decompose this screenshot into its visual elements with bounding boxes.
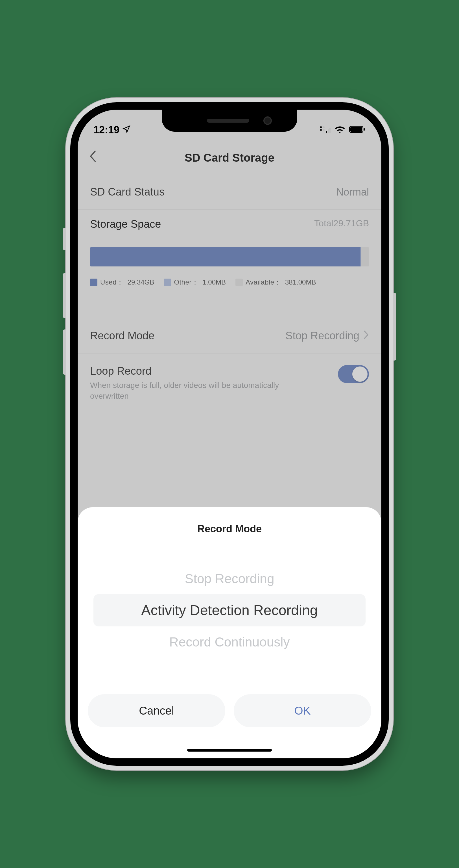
- svg-rect-8: [350, 127, 362, 132]
- phone-bezel: 12:19: [70, 102, 389, 766]
- notch: [162, 110, 297, 132]
- record-mode-sheet: Record Mode Stop Recording Activity Dete…: [78, 507, 381, 758]
- side-button-power: [393, 293, 396, 361]
- side-button-volume-up: [63, 273, 66, 318]
- svg-point-0: [320, 126, 322, 128]
- cellular-icon: [320, 124, 331, 136]
- picker-option-activity[interactable]: Activity Detection Recording: [93, 594, 366, 626]
- speaker-grille: [207, 119, 249, 123]
- picker-option-continuous[interactable]: Record Continuously: [93, 626, 366, 657]
- svg-point-1: [323, 126, 325, 128]
- picker-option-stop[interactable]: Stop Recording: [93, 563, 366, 594]
- side-button-volume-down: [63, 330, 66, 375]
- sheet-title: Record Mode: [88, 523, 371, 535]
- ok-button[interactable]: OK: [234, 694, 371, 727]
- phone-frame: 12:19: [66, 98, 393, 770]
- svg-rect-9: [364, 128, 365, 130]
- wifi-icon: [334, 124, 345, 136]
- screen: 12:19: [78, 110, 381, 758]
- svg-rect-4: [326, 131, 327, 133]
- svg-rect-6: [329, 128, 331, 133]
- record-mode-picker[interactable]: Stop Recording Activity Detection Record…: [93, 563, 366, 657]
- svg-rect-5: [328, 129, 329, 133]
- location-icon: [122, 124, 131, 136]
- cancel-button[interactable]: Cancel: [88, 694, 225, 727]
- battery-icon: [349, 124, 366, 136]
- home-indicator[interactable]: [187, 749, 272, 752]
- status-time: 12:19: [93, 124, 120, 136]
- svg-point-2: [320, 129, 322, 131]
- front-camera: [263, 116, 272, 125]
- side-button-silence: [63, 228, 66, 250]
- svg-point-3: [323, 129, 325, 131]
